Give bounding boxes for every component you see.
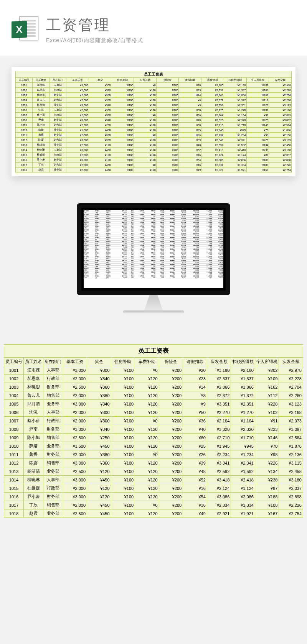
preview-card: 员工工资表 员工编号员工姓名所在部门基本工资奖金住房补助车费补助保险金请假扣款应… <box>12 67 295 176</box>
monitor-table: 员工编号员工姓名所在部门基本工资奖金住房补助车费补助保险金请假扣款应发金额扣税所… <box>84 210 223 279</box>
col-header: 请假扣款 <box>179 78 201 83</box>
col-header: 车费补助 <box>134 78 157 83</box>
table-row: 1015杜媛媛行政部¥2,000¥120¥100¥120¥200¥16¥2,12… <box>4 484 303 493</box>
table-row: 1010薛婧业务部¥1,500¥450¥100¥120¥200¥25¥1,945… <box>4 442 303 450</box>
table-body-large: 1001江雨薇人事部¥3,000¥300¥100¥0¥200¥20¥3,180¥… <box>4 366 303 518</box>
table-row: 1011萧煜财务部¥2,000¥360¥100¥0¥200¥26¥2,234¥1… <box>16 133 292 138</box>
col-header: 所在部门 <box>50 78 66 83</box>
table-row: 1002郝思嘉行政部¥2,000¥340¥100¥120¥200¥23¥2,33… <box>16 88 292 93</box>
table-row: 1003林晓彤财务部¥2,500¥360¥100¥120¥200¥14¥2,86… <box>16 93 292 98</box>
table-header-row: 员工编号员工姓名所在部门基本工资奖金住房补助车费补助保险金请假扣款应发金额扣税所… <box>16 78 292 83</box>
col-header: 应发金额 <box>201 78 224 83</box>
table-header-row-large: 员工编号员工姓名所在部门基本工资奖金住房补助车费补助保险金请假扣款应发金额扣税所… <box>4 358 303 366</box>
col-header: 实发金额 <box>279 358 303 366</box>
col-header: 住房补助 <box>111 78 134 83</box>
table-row: 1018赵震业务部¥2,500¥450¥100¥120¥200¥49¥2,921… <box>4 509 303 518</box>
table-row: 1003林晓彤财务部¥2,500¥360¥100¥120¥200¥14¥2,86… <box>4 383 303 391</box>
table-row: 1012陈露销售部¥3,000¥360¥100¥120¥200¥39¥3,341… <box>16 138 292 143</box>
salary-table-large: 员工工资表 员工编号员工姓名所在部门基本工资奖金住房补助车费补助保险金请假扣款应… <box>4 344 303 518</box>
col-header: 员工姓名 <box>24 358 43 366</box>
excel-icon: X <box>12 16 38 43</box>
col-header: 个人所得税 <box>246 78 269 83</box>
table-row: 1017丁欣销售部¥2,000¥450¥100¥0¥200¥16¥2,334¥1… <box>16 163 292 168</box>
table-row: 1001江雨薇人事部¥3,000¥300¥100¥0¥200¥20¥3,180¥… <box>16 83 292 88</box>
col-header: 员工编号 <box>16 78 33 83</box>
table-row: 1012陈露销售部¥3,000¥360¥100¥120¥200¥39¥3,341… <box>4 459 303 467</box>
page-header: X 工资管理 Excel/A4打印/内容随意修改/自带格式 <box>0 0 307 56</box>
col-header: 扣税所得额 <box>231 358 255 366</box>
col-header: 实发金额 <box>269 78 292 83</box>
table-row: 1009陈小旭销售部¥2,500¥250¥100¥120¥200¥60¥2,71… <box>4 434 303 442</box>
table-row: 1002郝思嘉行政部¥2,000¥340¥100¥120¥200¥23¥2,33… <box>4 375 303 383</box>
table-row: 1005邱月清业务部¥3,000¥340¥100¥120¥200¥9¥3,351… <box>4 400 303 408</box>
table-row: 1015杜媛媛行政部¥2,000¥120¥100¥120¥200¥16¥2,12… <box>16 153 292 158</box>
table-row: 1010薛婧业务部¥1,500¥450¥100¥120¥200¥25¥1,945… <box>16 128 292 133</box>
table-row: 1018赵震业务部¥2,500¥450¥100¥120¥200¥49¥2,921… <box>16 168 292 172</box>
table-row: 1014柳晓琳人事部¥3,000¥450¥100¥120¥200¥52¥3,41… <box>16 148 292 153</box>
table-row: 1013杨清清业务部¥2,500¥120¥100¥120¥200¥48¥2,59… <box>16 143 292 148</box>
col-header: 个人所得税 <box>255 358 279 366</box>
col-header: 保险金 <box>159 358 183 366</box>
table-row: 1013杨清清业务部¥2,500¥120¥100¥120¥200¥48¥2,59… <box>4 467 303 476</box>
col-header: 基本工资 <box>63 358 87 366</box>
large-table-section: 员工工资表 员工编号员工姓名所在部门基本工资奖金住房补助车费补助保险金请假扣款应… <box>4 344 303 518</box>
table-row: 1004曾云儿销售部¥2,000¥360¥100¥120¥200¥8¥2,372… <box>16 98 292 103</box>
col-header: 奖金 <box>89 78 111 83</box>
table-body: 1001江雨薇人事部¥3,000¥300¥100¥0¥200¥20¥3,180¥… <box>16 83 292 172</box>
table-row: 1007蔡小蓓行政部¥2,000¥300¥100¥0¥200¥36¥2,164¥… <box>16 113 292 118</box>
table-row: 1004曾云儿销售部¥2,000¥360¥100¥120¥200¥8¥2,372… <box>4 391 303 400</box>
table-row: 1006沈沉人事部¥2,000¥300¥100¥120¥200¥50¥2,270… <box>4 408 303 417</box>
table-row: 1007蔡小蓓行政部¥2,000¥300¥100¥0¥200¥36¥2,164¥… <box>4 417 303 425</box>
table-row: 1008尹南财务部¥3,000¥340¥100¥120¥200¥40¥3,320… <box>16 118 292 123</box>
table-row: 1017丁欣销售部¥2,000¥450¥100¥0¥200¥16¥2,334¥1… <box>4 501 303 509</box>
col-header: 所在部门 <box>43 358 63 366</box>
col-header: 保险金 <box>156 78 179 83</box>
excel-x-badge: X <box>12 21 27 38</box>
table-row: 1008尹南财务部¥3,000¥340¥100¥120¥200¥40¥3,320… <box>4 425 303 434</box>
table-row: 1006沈沉人事部¥2,000¥300¥100¥120¥200¥50¥2,270… <box>16 108 292 113</box>
col-header: 基本工资 <box>66 78 89 83</box>
col-header: 扣税所得额 <box>224 78 246 83</box>
salary-table-small: 员工工资表 员工编号员工姓名所在部门基本工资奖金住房补助车费补助保险金请假扣款应… <box>15 71 292 172</box>
table-row: 1001江雨薇人事部¥3,000¥300¥100¥0¥200¥20¥3,180¥… <box>4 366 303 375</box>
col-header: 住房补助 <box>111 358 135 366</box>
table-row: 1016乔小麦财务部¥3,000¥120¥100¥120¥200¥54¥3,08… <box>4 493 303 501</box>
col-header: 车费补助 <box>135 358 159 366</box>
col-header: 应发金额 <box>207 358 231 366</box>
col-header: 请假扣款 <box>183 358 207 366</box>
table-row: 1016乔小麦财务部¥3,000¥120¥100¥120¥200¥54¥3,08… <box>16 158 292 163</box>
monitor-preview: 员工编号员工姓名所在部门基本工资奖金住房补助车费补助保险金请假扣款应发金额扣税所… <box>0 188 307 337</box>
col-header: 员工姓名 <box>33 78 50 83</box>
table-title-large: 员工工资表 <box>4 345 303 358</box>
table-row: 1005邱月清业务部¥3,000¥340¥100¥120¥200¥9¥3,351… <box>16 103 292 108</box>
col-header: 奖金 <box>87 358 111 366</box>
table-row: 1014柳晓琳人事部¥3,000¥450¥100¥120¥200¥52¥3,41… <box>4 476 303 484</box>
table-title: 员工工资表 <box>16 71 292 78</box>
page-title: 工资管理 <box>46 15 143 35</box>
table-row: 1011萧煜财务部¥2,000¥360¥100¥0¥200¥26¥2,234¥1… <box>4 450 303 459</box>
page-subtitle: Excel/A4打印/内容随意修改/自带格式 <box>46 37 143 44</box>
table-row: 1009陈小旭销售部¥2,500¥250¥100¥120¥200¥60¥2,71… <box>16 123 292 128</box>
col-header: 员工编号 <box>4 358 24 366</box>
